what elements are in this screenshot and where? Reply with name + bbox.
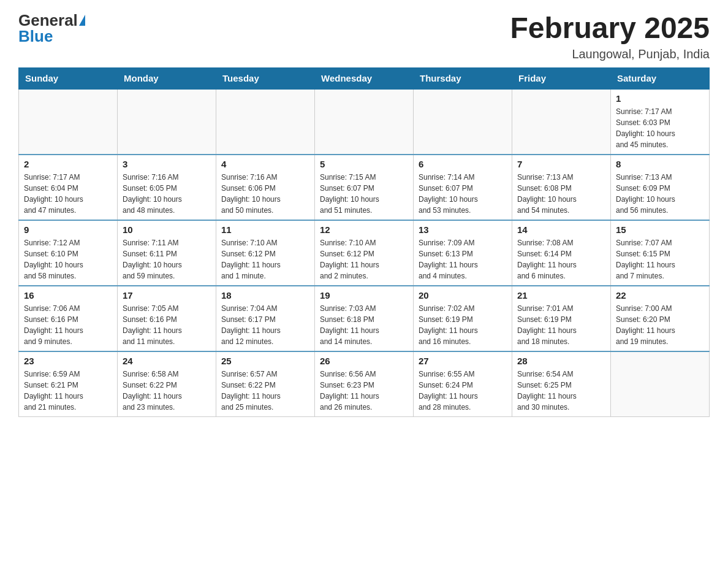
day-info: Sunrise: 7:10 AM Sunset: 6:12 PM Dayligh… — [221, 237, 309, 282]
calendar-cell: 11Sunrise: 7:10 AM Sunset: 6:12 PM Dayli… — [216, 220, 315, 286]
calendar-cell: 24Sunrise: 6:58 AM Sunset: 6:22 PM Dayli… — [118, 351, 216, 417]
day-number: 14 — [517, 224, 605, 235]
calendar-cell: 8Sunrise: 7:13 AM Sunset: 6:09 PM Daylig… — [611, 155, 710, 220]
day-number: 26 — [320, 356, 408, 366]
day-number: 22 — [616, 290, 704, 301]
day-info: Sunrise: 7:14 AM Sunset: 6:07 PM Dayligh… — [419, 172, 507, 216]
day-info: Sunrise: 6:56 AM Sunset: 6:23 PM Dayligh… — [320, 369, 408, 413]
day-number: 12 — [320, 224, 408, 235]
day-number: 2 — [24, 159, 112, 169]
day-number: 4 — [221, 159, 309, 169]
weekday-header-row: SundayMondayTuesdayWednesdayThursdayFrid… — [19, 67, 710, 89]
calendar-cell: 28Sunrise: 6:54 AM Sunset: 6:25 PM Dayli… — [512, 351, 611, 417]
calendar-cell: 6Sunrise: 7:14 AM Sunset: 6:07 PM Daylig… — [414, 155, 512, 220]
day-info: Sunrise: 6:59 AM Sunset: 6:21 PM Dayligh… — [24, 369, 112, 413]
day-info: Sunrise: 6:55 AM Sunset: 6:24 PM Dayligh… — [419, 369, 507, 413]
day-number: 25 — [221, 356, 309, 366]
calendar-cell — [118, 89, 216, 155]
calendar-cell — [414, 89, 512, 155]
calendar-cell: 2Sunrise: 7:17 AM Sunset: 6:04 PM Daylig… — [19, 155, 118, 220]
calendar-cell: 12Sunrise: 7:10 AM Sunset: 6:12 PM Dayli… — [315, 220, 414, 286]
day-info: Sunrise: 7:02 AM Sunset: 6:19 PM Dayligh… — [419, 303, 507, 347]
calendar-cell: 9Sunrise: 7:12 AM Sunset: 6:10 PM Daylig… — [19, 220, 118, 286]
day-number: 9 — [24, 224, 112, 235]
day-info: Sunrise: 7:06 AM Sunset: 6:16 PM Dayligh… — [24, 303, 112, 347]
logo-general-text: General — [18, 12, 78, 28]
calendar-cell: 20Sunrise: 7:02 AM Sunset: 6:19 PM Dayli… — [414, 286, 512, 351]
calendar-cell: 13Sunrise: 7:09 AM Sunset: 6:13 PM Dayli… — [414, 220, 512, 286]
calendar-cell: 3Sunrise: 7:16 AM Sunset: 6:05 PM Daylig… — [118, 155, 216, 220]
calendar-cell: 5Sunrise: 7:15 AM Sunset: 6:07 PM Daylig… — [315, 155, 414, 220]
day-info: Sunrise: 7:17 AM Sunset: 6:03 PM Dayligh… — [616, 106, 704, 150]
day-info: Sunrise: 7:04 AM Sunset: 6:17 PM Dayligh… — [221, 303, 309, 347]
day-number: 8 — [616, 159, 704, 169]
day-info: Sunrise: 7:07 AM Sunset: 6:15 PM Dayligh… — [616, 237, 704, 282]
calendar-cell: 1Sunrise: 7:17 AM Sunset: 6:03 PM Daylig… — [611, 89, 710, 155]
calendar-cell: 23Sunrise: 6:59 AM Sunset: 6:21 PM Dayli… — [19, 351, 118, 417]
calendar-cell: 17Sunrise: 7:05 AM Sunset: 6:16 PM Dayli… — [118, 286, 216, 351]
day-info: Sunrise: 7:03 AM Sunset: 6:18 PM Dayligh… — [320, 303, 408, 347]
day-number: 17 — [123, 290, 211, 301]
day-info: Sunrise: 7:12 AM Sunset: 6:10 PM Dayligh… — [24, 237, 112, 282]
calendar-cell — [216, 89, 315, 155]
day-number: 1 — [616, 93, 704, 104]
day-number: 11 — [221, 224, 309, 235]
day-number: 15 — [616, 224, 704, 235]
day-info: Sunrise: 7:00 AM Sunset: 6:20 PM Dayligh… — [616, 303, 704, 347]
weekday-header-wednesday: Wednesday — [315, 67, 414, 89]
calendar-cell: 4Sunrise: 7:16 AM Sunset: 6:06 PM Daylig… — [216, 155, 315, 220]
day-info: Sunrise: 7:01 AM Sunset: 6:19 PM Dayligh… — [517, 303, 605, 347]
day-number: 23 — [24, 356, 112, 366]
day-info: Sunrise: 7:10 AM Sunset: 6:12 PM Dayligh… — [320, 237, 408, 282]
day-info: Sunrise: 7:16 AM Sunset: 6:05 PM Dayligh… — [123, 172, 211, 216]
day-info: Sunrise: 7:15 AM Sunset: 6:07 PM Dayligh… — [320, 172, 408, 216]
day-info: Sunrise: 6:57 AM Sunset: 6:22 PM Dayligh… — [221, 369, 309, 413]
day-info: Sunrise: 7:11 AM Sunset: 6:11 PM Dayligh… — [123, 237, 211, 282]
calendar-cell — [19, 89, 118, 155]
day-info: Sunrise: 6:58 AM Sunset: 6:22 PM Dayligh… — [123, 369, 211, 413]
day-info: Sunrise: 7:08 AM Sunset: 6:14 PM Dayligh… — [517, 237, 605, 282]
calendar-cell: 16Sunrise: 7:06 AM Sunset: 6:16 PM Dayli… — [19, 286, 118, 351]
calendar-week-4: 16Sunrise: 7:06 AM Sunset: 6:16 PM Dayli… — [19, 286, 710, 351]
calendar-cell: 27Sunrise: 6:55 AM Sunset: 6:24 PM Dayli… — [414, 351, 512, 417]
calendar-cell: 15Sunrise: 7:07 AM Sunset: 6:15 PM Dayli… — [611, 220, 710, 286]
day-number: 21 — [517, 290, 605, 301]
day-info: Sunrise: 7:16 AM Sunset: 6:06 PM Dayligh… — [221, 172, 309, 216]
logo-triangle-icon — [79, 15, 85, 26]
calendar-week-1: 1Sunrise: 7:17 AM Sunset: 6:03 PM Daylig… — [19, 89, 710, 155]
day-number: 7 — [517, 159, 605, 169]
calendar-cell — [315, 89, 414, 155]
calendar-week-3: 9Sunrise: 7:12 AM Sunset: 6:10 PM Daylig… — [19, 220, 710, 286]
day-info: Sunrise: 7:09 AM Sunset: 6:13 PM Dayligh… — [419, 237, 507, 282]
weekday-header-monday: Monday — [118, 67, 216, 89]
day-info: Sunrise: 7:13 AM Sunset: 6:09 PM Dayligh… — [616, 172, 704, 216]
calendar-location: Laungowal, Punjab, India — [510, 47, 710, 61]
day-number: 19 — [320, 290, 408, 301]
weekday-header-thursday: Thursday — [414, 67, 512, 89]
day-number: 24 — [123, 356, 211, 366]
calendar-title: February 2025 — [510, 12, 710, 45]
logo: General Blue — [18, 12, 85, 44]
weekday-header-sunday: Sunday — [19, 67, 118, 89]
calendar-cell: 26Sunrise: 6:56 AM Sunset: 6:23 PM Dayli… — [315, 351, 414, 417]
day-number: 28 — [517, 356, 605, 366]
calendar-table: SundayMondayTuesdayWednesdayThursdayFrid… — [18, 67, 710, 417]
calendar-cell — [512, 89, 611, 155]
day-number: 20 — [419, 290, 507, 301]
page-header: General Blue February 2025 Laungowal, Pu… — [18, 12, 710, 61]
day-number: 10 — [123, 224, 211, 235]
day-number: 18 — [221, 290, 309, 301]
calendar-cell: 10Sunrise: 7:11 AM Sunset: 6:11 PM Dayli… — [118, 220, 216, 286]
calendar-cell: 21Sunrise: 7:01 AM Sunset: 6:19 PM Dayli… — [512, 286, 611, 351]
logo-blue-text: Blue — [18, 28, 53, 44]
day-info: Sunrise: 7:17 AM Sunset: 6:04 PM Dayligh… — [24, 172, 112, 216]
calendar-cell: 18Sunrise: 7:04 AM Sunset: 6:17 PM Dayli… — [216, 286, 315, 351]
day-number: 3 — [123, 159, 211, 169]
title-block: February 2025 Laungowal, Punjab, India — [510, 12, 710, 61]
calendar-cell — [611, 351, 710, 417]
day-number: 13 — [419, 224, 507, 235]
day-number: 27 — [419, 356, 507, 366]
calendar-week-5: 23Sunrise: 6:59 AM Sunset: 6:21 PM Dayli… — [19, 351, 710, 417]
day-number: 6 — [419, 159, 507, 169]
day-info: Sunrise: 7:13 AM Sunset: 6:08 PM Dayligh… — [517, 172, 605, 216]
